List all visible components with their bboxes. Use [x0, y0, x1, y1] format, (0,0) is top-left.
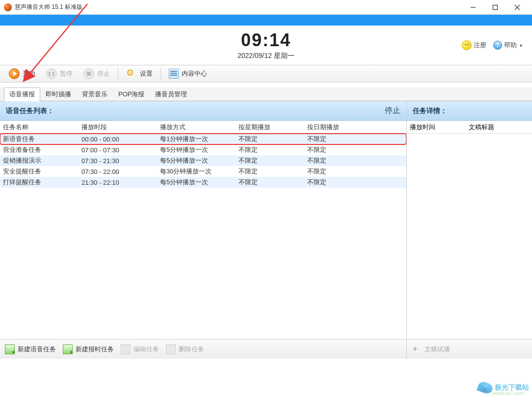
clock-date: 2022/09/12 星期一	[238, 52, 294, 60]
table-row[interactable]: 新语音任务00:00 - 00:00每1分钟播放一次不限定不限定	[0, 134, 406, 144]
status-label: 停止	[385, 106, 400, 116]
col-by-week[interactable]: 按星期播放	[236, 123, 304, 132]
cell-date: 不限定	[304, 145, 373, 154]
maximize-button[interactable]	[484, 0, 506, 14]
table-row[interactable]: 打烊提醒任务21:30 - 22:10每5分钟播放一次不限定不限定	[0, 177, 406, 188]
delete-icon	[166, 344, 176, 354]
tab-instant-insert[interactable]: 即时插播	[40, 87, 77, 101]
smile-icon	[462, 40, 472, 50]
header: 09:14 2022/09/12 星期一 注册 ? 帮助 ▾	[0, 26, 532, 65]
play-icon	[9, 68, 20, 79]
watermark: 极光下载站 www.xz7.com	[478, 382, 529, 393]
right-panel: 任务详情： 播放时间 文稿标题 文稿试播	[407, 101, 532, 359]
close-button[interactable]	[506, 0, 528, 14]
settings-button[interactable]: 设置	[121, 67, 158, 80]
right-panel-header: 任务详情：	[407, 101, 532, 121]
content-center-label: 内容中心	[182, 69, 207, 78]
svg-rect-1	[493, 5, 497, 9]
start-button[interactable]: 开始	[4, 67, 40, 80]
cell-date: 不限定	[304, 167, 373, 176]
titlebar: 慧声播音大师 15.1 标准版	[0, 0, 532, 15]
app-icon	[4, 3, 12, 11]
help-link[interactable]: ? 帮助 ▾	[493, 41, 522, 50]
cell-time: 21:30 - 22:10	[79, 179, 157, 186]
cell-mode: 每30分钟播放一次	[157, 167, 236, 176]
toolbar: 开始 暂停 停止 设置 内容中心	[0, 65, 532, 83]
register-label: 注册	[474, 41, 486, 50]
left-panel-header: 语音任务列表： 停止	[0, 101, 406, 121]
table-row[interactable]: 营业准备任务07:00 - 07:30每5分钟播放一次不限定不限定	[0, 144, 406, 155]
task-table: 任务名称 播放时段 播放方式 按星期播放 按日期播放 新语音任务00:00 - …	[0, 121, 406, 339]
col-time-range[interactable]: 播放时段	[79, 123, 157, 132]
btn-label: 新建报时任务	[76, 345, 114, 354]
task-detail-title: 任务详情：	[413, 107, 447, 115]
pause-label: 暂停	[60, 69, 73, 78]
col-play-time[interactable]: 播放时间	[407, 123, 466, 132]
add-icon	[5, 344, 15, 354]
col-by-date[interactable]: 按日期播放	[304, 123, 373, 132]
pause-icon	[46, 68, 57, 79]
stop-button[interactable]: 停止	[79, 67, 115, 80]
tab-label: 即时插播	[46, 90, 71, 98]
cell-mode: 每5分钟播放一次	[157, 145, 236, 154]
content-center-button[interactable]: 内容中心	[164, 68, 212, 80]
cell-time: 07:30 - 21:30	[79, 157, 157, 165]
cell-week: 不限定	[236, 135, 304, 143]
cell-name: 促销播报演示	[0, 156, 79, 165]
tab-bg-music[interactable]: 背景音乐	[77, 87, 113, 101]
new-voice-task-button[interactable]: 新建语音任务	[5, 344, 56, 354]
col-doc-title[interactable]: 文稿标题	[466, 123, 532, 132]
detail-table: 播放时间 文稿标题	[407, 121, 532, 339]
tab-pop-poster[interactable]: POP海报	[113, 87, 150, 101]
table-row[interactable]: 安全提醒任务07:30 - 22:00每30分钟播放一次不限定不限定	[0, 166, 406, 177]
cell-time: 07:30 - 22:00	[79, 168, 157, 175]
btn-label: 新建语音任务	[18, 345, 56, 354]
start-label: 开始	[23, 69, 35, 78]
tab-voice-broadcast[interactable]: 语音播报	[4, 87, 40, 101]
settings-label: 设置	[140, 69, 153, 78]
new-timed-task-button[interactable]: 新建报时任务	[63, 344, 114, 354]
help-icon: ?	[493, 41, 502, 50]
table-row[interactable]: 促销播报演示07:30 - 21:30每5分钟播放一次不限定不限定	[0, 155, 406, 166]
detail-header: 播放时间 文稿标题	[407, 121, 532, 134]
separator	[160, 68, 161, 80]
tab-label: 背景音乐	[82, 90, 107, 98]
stop-icon	[83, 68, 94, 79]
cell-week: 不限定	[236, 167, 304, 176]
doc-preview-button[interactable]: 文稿试播	[412, 344, 450, 354]
cell-date: 不限定	[304, 156, 373, 165]
wand-icon	[412, 344, 422, 354]
minimize-button[interactable]	[462, 0, 484, 14]
cell-name: 营业准备任务	[0, 145, 79, 154]
btn-label: 文稿试播	[425, 345, 450, 354]
right-bottom-bar: 文稿试播	[407, 339, 532, 359]
col-play-mode[interactable]: 播放方式	[157, 123, 236, 132]
delete-task-button[interactable]: 删除任务	[166, 344, 204, 354]
cell-name: 打烊提醒任务	[0, 178, 79, 187]
register-link[interactable]: 注册	[462, 40, 486, 50]
gear-icon	[126, 68, 137, 79]
tab-label: 语音播报	[9, 90, 35, 98]
main: 语音任务列表： 停止 任务名称 播放时段 播放方式 按星期播放 按日期播放 新语…	[0, 101, 532, 359]
edit-task-button[interactable]: 编辑任务	[121, 344, 159, 354]
tab-announcer-mgr[interactable]: 播音员管理	[150, 87, 192, 101]
clock: 09:14 2022/09/12 星期一	[238, 30, 294, 60]
cell-mode: 每5分钟播放一次	[157, 178, 236, 187]
help-label: 帮助	[504, 41, 517, 50]
cell-name: 安全提醒任务	[0, 167, 79, 176]
cell-mode: 每5分钟播放一次	[157, 156, 236, 165]
col-task-name[interactable]: 任务名称	[0, 123, 79, 132]
cell-date: 不限定	[304, 178, 373, 187]
cell-week: 不限定	[236, 145, 304, 154]
left-panel: 语音任务列表： 停止 任务名称 播放时段 播放方式 按星期播放 按日期播放 新语…	[0, 101, 407, 359]
separator	[118, 68, 118, 80]
tab-label: POP海报	[118, 90, 144, 98]
header-right: 注册 ? 帮助 ▾	[462, 40, 522, 50]
left-bottom-bar: 新建语音任务 新建报时任务 编辑任务 删除任务	[0, 339, 406, 359]
content-icon	[169, 69, 179, 79]
cell-week: 不限定	[236, 156, 304, 165]
add-icon	[63, 344, 73, 354]
cell-date: 不限定	[304, 135, 373, 143]
tab-label: 播音员管理	[155, 90, 187, 98]
pause-button[interactable]: 暂停	[41, 67, 78, 80]
